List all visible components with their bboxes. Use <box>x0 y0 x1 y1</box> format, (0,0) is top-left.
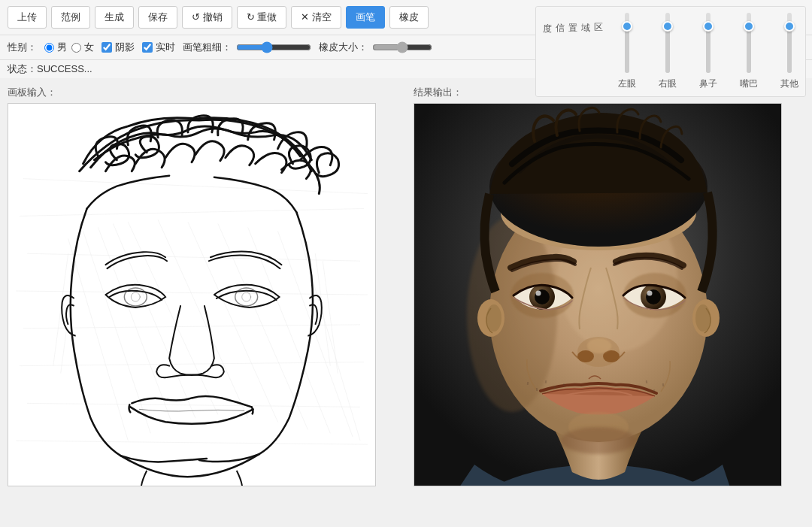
male-label: 男 <box>57 41 67 54</box>
conf-col-nose: 鼻子 <box>689 13 728 90</box>
brush-size-slider[interactable] <box>236 41 311 53</box>
svg-line-0 <box>23 179 368 194</box>
svg-point-35 <box>486 304 501 332</box>
shadow-label: 阴影 <box>115 41 135 54</box>
brush-size-label: 画笔粗细： <box>183 41 232 54</box>
svg-line-1 <box>20 208 364 216</box>
save-button[interactable]: 保存 <box>138 6 177 29</box>
confidence-header-label: 区域置信度 <box>541 13 607 16</box>
conf-label-left-eye: 左眼 <box>618 77 636 90</box>
conf-col-right-eye: 右眼 <box>648 13 687 90</box>
toolbar: 上传 范例 生成 保存 ↺ 撤销 ↻ 重做 ✕ 清空 画笔 橡皮 区域置信度 左… <box>0 0 812 35</box>
svg-rect-51 <box>536 388 538 391</box>
svg-point-24 <box>131 292 140 301</box>
drawing-canvas[interactable] <box>8 103 376 486</box>
main-area: 画板输入： <box>0 78 812 494</box>
svg-line-12 <box>128 222 218 414</box>
svg-point-37 <box>695 304 710 332</box>
confidence-panel: 区域置信度 左眼 右眼 <box>535 6 806 97</box>
example-button[interactable]: 范例 <box>51 6 90 29</box>
eraser-size-slider[interactable] <box>372 41 432 53</box>
svg-point-42 <box>536 291 541 296</box>
upload-button[interactable]: 上传 <box>8 6 47 29</box>
result-image <box>414 103 782 486</box>
conf-col-left-eye: 左眼 <box>607 13 647 90</box>
generate-button[interactable]: 生成 <box>95 6 134 29</box>
shadow-checkbox-label[interactable]: 阴影 <box>102 41 135 54</box>
clear-button[interactable]: ✕ 清空 <box>291 6 341 29</box>
input-panel-label: 画板输入： <box>8 86 398 99</box>
svg-point-49 <box>587 338 611 353</box>
conf-label-right-eye: 右眼 <box>659 77 677 90</box>
brush-button[interactable]: 画笔 <box>346 6 385 29</box>
conf-label-other: 其他 <box>780 77 798 90</box>
shadow-checkbox[interactable] <box>102 42 112 53</box>
svg-line-7 <box>16 441 368 444</box>
female-option[interactable]: 女 <box>71 41 94 54</box>
result-face-svg <box>414 104 782 486</box>
svg-line-8 <box>68 238 129 441</box>
realtime-checkbox[interactable] <box>142 42 153 53</box>
svg-point-26 <box>242 292 251 301</box>
female-radio[interactable] <box>71 43 81 53</box>
redo-button[interactable]: ↻ 重做 <box>237 6 287 29</box>
gender-label: 性别： <box>8 41 37 54</box>
svg-line-13 <box>158 220 248 418</box>
svg-rect-53 <box>554 386 556 389</box>
svg-point-45 <box>647 291 653 296</box>
brush-size-container: 画笔粗细： <box>183 41 311 54</box>
status-text: 状态：SUCCESS... <box>8 63 92 74</box>
eraser-button[interactable]: 橡皮 <box>389 6 429 29</box>
svg-line-4 <box>23 325 360 329</box>
input-panel: 画板输入： <box>8 86 398 486</box>
svg-point-59 <box>561 427 636 454</box>
svg-line-5 <box>20 362 364 366</box>
svg-rect-55 <box>662 383 664 386</box>
realtime-label: 实时 <box>156 41 175 54</box>
conf-col-mouth: 嘴巴 <box>729 13 768 90</box>
svg-rect-56 <box>653 389 655 392</box>
male-radio[interactable] <box>44 43 54 53</box>
eraser-size-container: 橡皮大小： <box>319 41 432 54</box>
conf-col-other: 其他 <box>770 13 809 90</box>
svg-line-6 <box>27 403 360 407</box>
conf-label-nose: 鼻子 <box>699 77 717 90</box>
svg-rect-54 <box>563 383 565 386</box>
svg-line-22 <box>323 261 338 373</box>
female-label: 女 <box>84 41 94 54</box>
sketch-svg <box>8 104 375 486</box>
gender-radio-group: 男 女 <box>44 41 94 54</box>
male-option[interactable]: 男 <box>44 41 67 54</box>
realtime-checkbox-label[interactable]: 实时 <box>142 41 175 54</box>
undo-button[interactable]: ↺ 撤销 <box>182 6 232 29</box>
output-panel: 结果输出： <box>414 86 804 486</box>
confidence-columns: 左眼 右眼 鼻子 <box>607 13 812 90</box>
conf-label-mouth: 嘴巴 <box>740 77 758 90</box>
svg-rect-50 <box>527 382 529 385</box>
eraser-size-label: 橡皮大小： <box>319 41 368 54</box>
